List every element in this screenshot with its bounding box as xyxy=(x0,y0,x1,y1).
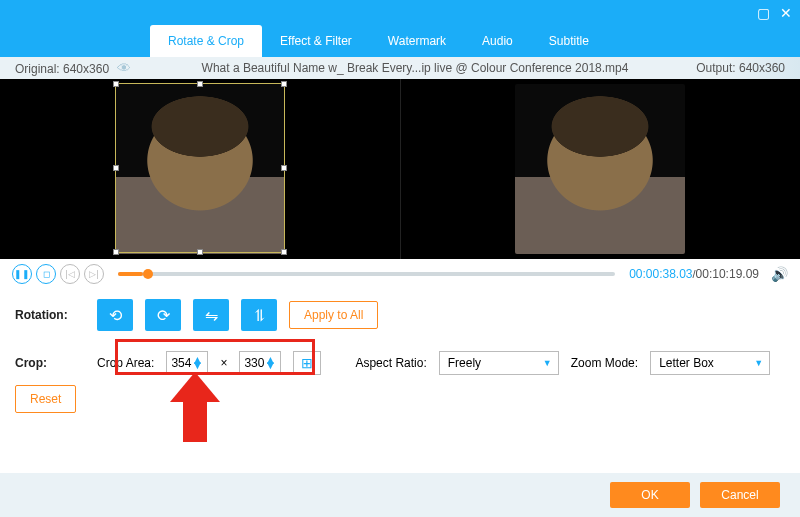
arrow-annotation xyxy=(170,372,220,442)
preview-output xyxy=(400,79,801,259)
footer: OK Cancel xyxy=(0,473,800,517)
filename-label: What a Beautiful Name w_ Break Every...i… xyxy=(175,61,655,75)
crop-selection[interactable] xyxy=(115,83,285,253)
reset-button[interactable]: Reset xyxy=(15,385,76,413)
rotation-section: Rotation: ⟲ ⟳ ⇋ ⥮ Apply to All xyxy=(0,289,800,341)
aspect-ratio-select[interactable]: Freely xyxy=(439,351,559,375)
tab-bar: Rotate & Crop Effect & Filter Watermark … xyxy=(0,25,800,57)
flip-vertical-button[interactable]: ⥮ xyxy=(241,299,277,331)
crop-label: Crop: xyxy=(15,356,85,370)
output-size-label: Output: 640x360 xyxy=(655,61,785,75)
playback-controls: ❚❚ ◻ |◁ ▷| 00:00:38.03/00:10:19.09 🔊 xyxy=(0,259,800,289)
tab-audio[interactable]: Audio xyxy=(464,25,531,57)
aspect-ratio-label: Aspect Ratio: xyxy=(355,356,426,370)
rotation-label: Rotation: xyxy=(15,308,85,322)
volume-icon[interactable]: 🔊 xyxy=(771,266,788,282)
reset-section: Reset xyxy=(0,385,800,423)
rotate-ccw-button[interactable]: ⟲ xyxy=(97,299,133,331)
prev-frame-button[interactable]: |◁ xyxy=(60,264,80,284)
next-frame-button[interactable]: ▷| xyxy=(84,264,104,284)
preview-area xyxy=(0,79,800,259)
eye-icon[interactable]: 👁 xyxy=(117,60,131,76)
tab-watermark[interactable]: Watermark xyxy=(370,25,464,57)
tab-subtitle[interactable]: Subtitle xyxy=(531,25,607,57)
crop-section: Crop: Crop Area: 354▲▼ × 330▲▼ ⊞ Aspect … xyxy=(0,341,800,385)
seek-thumb[interactable] xyxy=(143,269,153,279)
rotate-cw-button[interactable]: ⟳ xyxy=(145,299,181,331)
titlebar: ▢ ✕ xyxy=(0,0,800,25)
cancel-button[interactable]: Cancel xyxy=(700,482,780,508)
multiply-symbol: × xyxy=(220,356,227,370)
close-button[interactable]: ✕ xyxy=(780,5,792,21)
zoom-mode-select[interactable]: Letter Box xyxy=(650,351,770,375)
maximize-button[interactable]: ▢ xyxy=(757,5,770,21)
ok-button[interactable]: OK xyxy=(610,482,690,508)
stop-button[interactable]: ◻ xyxy=(36,264,56,284)
info-bar: Original: 640x360👁 What a Beautiful Name… xyxy=(0,57,800,79)
zoom-mode-label: Zoom Mode: xyxy=(571,356,638,370)
video-thumbnail xyxy=(515,84,685,254)
preview-original[interactable] xyxy=(0,79,400,259)
crop-height-input[interactable]: 330▲▼ xyxy=(239,351,281,375)
tab-effect-filter[interactable]: Effect & Filter xyxy=(262,25,370,57)
seek-bar[interactable] xyxy=(118,272,615,276)
time-display: 00:00:38.03/00:10:19.09 xyxy=(629,267,759,281)
flip-horizontal-button[interactable]: ⇋ xyxy=(193,299,229,331)
tab-rotate-crop[interactable]: Rotate & Crop xyxy=(150,25,262,57)
original-size-label: Original: 640x360 xyxy=(15,62,109,76)
crop-grid-icon[interactable]: ⊞ xyxy=(293,351,321,375)
crop-area-label: Crop Area: xyxy=(97,356,154,370)
pause-button[interactable]: ❚❚ xyxy=(12,264,32,284)
apply-to-all-button[interactable]: Apply to All xyxy=(289,301,378,329)
